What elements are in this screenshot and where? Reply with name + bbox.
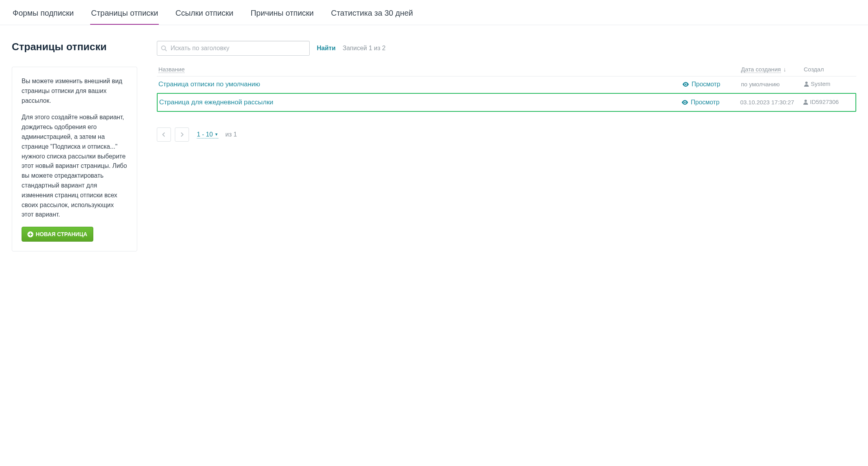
row-name-link[interactable]: Страница отписки по умолчанию bbox=[158, 80, 260, 88]
new-page-button[interactable]: НОВАЯ СТРАНИЦА bbox=[22, 227, 93, 242]
content-area: Страницы отписки Вы можете изменить внеш… bbox=[0, 25, 868, 263]
row-date: по умолчанию bbox=[741, 81, 780, 87]
plus-circle-icon bbox=[27, 231, 33, 237]
info-paragraph: Для этого создайте новый вариант, дождит… bbox=[22, 113, 127, 220]
tab-statistics-30-days[interactable]: Статистика за 30 дней bbox=[330, 4, 414, 25]
pagination-range-label: 1 - 10 bbox=[197, 131, 213, 138]
user-icon bbox=[804, 81, 809, 87]
svg-point-5 bbox=[684, 102, 686, 103]
creator-name: ID5927306 bbox=[810, 98, 839, 105]
sidebar: Страницы отписки Вы можете изменить внеш… bbox=[12, 41, 137, 251]
main-area: Найти Записей 1 из 2 Название Дата созда… bbox=[157, 41, 856, 251]
row-date: 03.10.2023 17:30:27 bbox=[740, 99, 794, 106]
tab-unsubscribe-links[interactable]: Ссылки отписки bbox=[174, 4, 234, 25]
svg-point-3 bbox=[685, 84, 686, 85]
column-header-date[interactable]: Дата создания bbox=[741, 66, 781, 73]
search-row: Найти Записей 1 из 2 bbox=[157, 41, 856, 56]
pagination-next-button[interactable] bbox=[175, 127, 189, 142]
records-count: Записей 1 из 2 bbox=[343, 45, 385, 52]
preview-label: Просмотр bbox=[692, 81, 720, 88]
info-paragraph: Вы можете изменить внешний вид страницы … bbox=[22, 76, 127, 106]
preview-link[interactable]: Просмотр bbox=[682, 81, 720, 88]
new-page-button-label: НОВАЯ СТРАНИЦА bbox=[36, 231, 87, 237]
search-box bbox=[157, 41, 310, 56]
page-title: Страницы отписки bbox=[12, 41, 137, 53]
find-button[interactable]: Найти bbox=[317, 45, 336, 52]
row-creator: System bbox=[804, 80, 830, 87]
pagination-of-label: из 1 bbox=[225, 131, 237, 138]
table-header: Название Дата создания ↓ Создал bbox=[157, 63, 856, 76]
svg-line-2 bbox=[165, 49, 167, 51]
eye-icon bbox=[681, 100, 688, 105]
creator-name: System bbox=[811, 80, 830, 87]
arrow-right-icon bbox=[179, 132, 185, 137]
pagination-prev-button[interactable] bbox=[157, 127, 171, 142]
eye-icon bbox=[682, 82, 689, 87]
row-creator: ID5927306 bbox=[803, 98, 839, 105]
preview-label: Просмотр bbox=[691, 99, 719, 106]
table-row: Страница для ежедневной рассылки Просмот… bbox=[157, 93, 856, 112]
tabs-container: Формы подписки Страницы отписки Ссылки о… bbox=[0, 0, 868, 25]
column-header-name[interactable]: Название bbox=[158, 66, 185, 73]
svg-point-4 bbox=[805, 82, 808, 84]
sort-arrow-down-icon: ↓ bbox=[783, 66, 786, 73]
table-row: Страница отписки по умолчанию Просмотр bbox=[157, 76, 856, 92]
pagination: 1 - 10 ▼ из 1 bbox=[157, 127, 856, 142]
arrow-left-icon bbox=[161, 132, 167, 137]
tab-unsubscribe-pages[interactable]: Страницы отписки bbox=[90, 4, 159, 25]
search-input[interactable] bbox=[157, 41, 310, 56]
tab-subscribe-forms[interactable]: Формы подписки bbox=[12, 4, 74, 25]
svg-point-6 bbox=[804, 100, 807, 102]
svg-point-1 bbox=[162, 46, 165, 50]
caret-down-icon: ▼ bbox=[214, 132, 218, 137]
pagination-range-selector[interactable]: 1 - 10 ▼ bbox=[197, 131, 218, 138]
tab-unsubscribe-reasons[interactable]: Причины отписки bbox=[250, 4, 314, 25]
table: Название Дата создания ↓ Создал Страница… bbox=[157, 63, 856, 112]
row-name-link[interactable]: Страница для ежедневной рассылки bbox=[159, 98, 273, 106]
search-icon bbox=[161, 45, 167, 51]
user-icon bbox=[803, 99, 808, 105]
preview-link[interactable]: Просмотр bbox=[681, 99, 719, 106]
info-box: Вы можете изменить внешний вид страницы … bbox=[12, 67, 137, 251]
column-header-creator: Создал bbox=[804, 66, 824, 73]
